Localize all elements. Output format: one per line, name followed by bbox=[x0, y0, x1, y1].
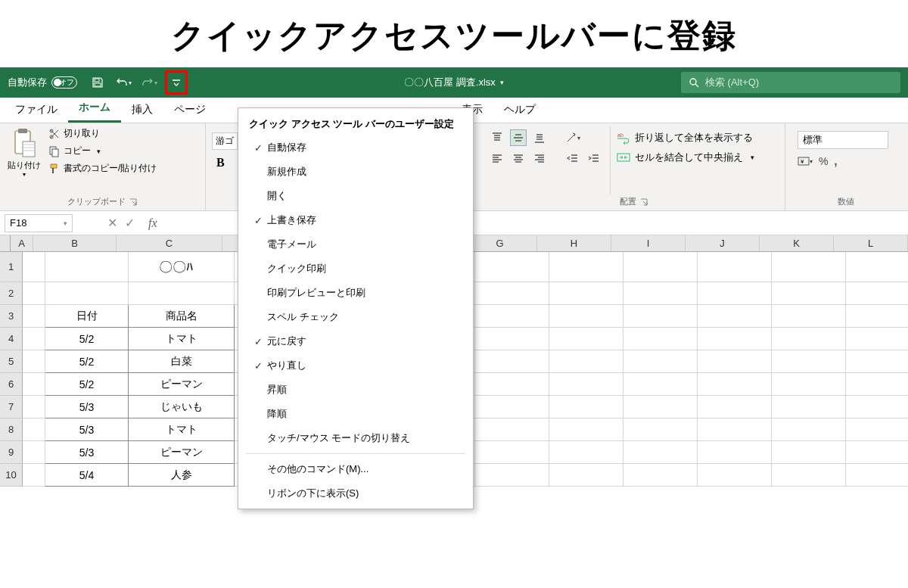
cell[interactable] bbox=[698, 350, 772, 373]
qat-show-below[interactable]: リボンの下に表示(S) bbox=[238, 481, 473, 506]
cell[interactable] bbox=[475, 282, 549, 305]
cell[interactable] bbox=[475, 252, 549, 282]
cell[interactable] bbox=[623, 418, 698, 441]
orientation-icon[interactable]: ▾ bbox=[564, 129, 581, 146]
cell[interactable] bbox=[549, 305, 623, 328]
cell[interactable] bbox=[772, 464, 846, 487]
tab-insert[interactable]: 挿入 bbox=[121, 97, 163, 123]
cell[interactable] bbox=[475, 418, 549, 441]
row-header[interactable]: 5 bbox=[0, 350, 23, 373]
save-icon[interactable] bbox=[86, 71, 109, 94]
cell[interactable] bbox=[23, 328, 45, 350]
cell[interactable] bbox=[846, 418, 908, 441]
row-header[interactable]: 1 bbox=[0, 252, 23, 282]
cell[interactable]: 〇〇ﾊ bbox=[129, 252, 235, 282]
column-header[interactable]: I bbox=[611, 235, 686, 251]
cell[interactable] bbox=[549, 418, 623, 441]
qat-menu-item[interactable]: スペル チェック bbox=[238, 305, 473, 329]
cell[interactable] bbox=[698, 252, 772, 282]
cell[interactable]: 商品名 bbox=[129, 305, 235, 328]
search-box[interactable]: 検索 (Alt+Q) bbox=[681, 72, 900, 93]
qat-more-commands[interactable]: その他のコマンド(M)... bbox=[238, 457, 473, 481]
cell[interactable]: 5/3 bbox=[45, 396, 129, 418]
row-header[interactable]: 3 bbox=[0, 305, 23, 328]
cell[interactable]: 白菜 bbox=[129, 350, 235, 373]
cell[interactable] bbox=[623, 350, 698, 373]
cell[interactable] bbox=[45, 282, 129, 305]
column-header[interactable]: H bbox=[537, 235, 611, 251]
cell[interactable] bbox=[549, 464, 623, 487]
cell[interactable] bbox=[772, 441, 846, 464]
paste-button[interactable]: 貼り付け ▾ bbox=[6, 126, 42, 178]
cell[interactable] bbox=[623, 282, 698, 305]
qat-menu-item[interactable]: ✓上書き保存 bbox=[238, 208, 473, 232]
cell[interactable] bbox=[23, 252, 45, 282]
cell[interactable]: ピーマン bbox=[129, 373, 235, 396]
row-header[interactable]: 8 bbox=[0, 418, 23, 441]
qat-menu-item[interactable]: ✓やり直し bbox=[238, 353, 473, 378]
cell[interactable] bbox=[698, 373, 772, 396]
cell[interactable] bbox=[23, 464, 45, 487]
cell[interactable] bbox=[772, 350, 846, 373]
increase-indent-icon[interactable] bbox=[586, 151, 602, 167]
cell[interactable] bbox=[549, 328, 623, 350]
cell[interactable] bbox=[698, 441, 772, 464]
tab-help[interactable]: ヘルプ bbox=[493, 97, 546, 123]
row-header[interactable]: 6 bbox=[0, 373, 23, 396]
cut-button[interactable]: 切り取り bbox=[47, 126, 158, 141]
qat-customize-button[interactable] bbox=[165, 70, 188, 95]
dialog-launcher-icon[interactable] bbox=[129, 198, 138, 207]
cell[interactable] bbox=[846, 282, 908, 305]
cell[interactable]: 日付 bbox=[45, 305, 129, 328]
cell[interactable] bbox=[772, 328, 846, 350]
cell[interactable] bbox=[549, 282, 623, 305]
cancel-formula-icon[interactable]: ✕ bbox=[107, 216, 117, 230]
cell[interactable]: 5/4 bbox=[45, 464, 129, 487]
cell[interactable] bbox=[772, 282, 846, 305]
cell[interactable] bbox=[846, 464, 908, 487]
cell[interactable] bbox=[698, 282, 772, 305]
cell[interactable] bbox=[698, 305, 772, 328]
cell[interactable] bbox=[23, 441, 45, 464]
cell[interactable] bbox=[846, 252, 908, 282]
dialog-launcher-icon[interactable] bbox=[639, 198, 648, 207]
cell[interactable] bbox=[623, 328, 698, 350]
cell[interactable]: 5/2 bbox=[45, 373, 129, 396]
percent-format-icon[interactable]: % bbox=[819, 155, 828, 167]
format-painter-button[interactable]: 書式のコピー/貼り付け bbox=[47, 161, 158, 176]
cell[interactable] bbox=[23, 418, 45, 441]
row-header[interactable]: 4 bbox=[0, 328, 23, 350]
cell[interactable] bbox=[23, 373, 45, 396]
align-middle-icon[interactable] bbox=[510, 129, 527, 146]
cell[interactable] bbox=[846, 373, 908, 396]
cell[interactable] bbox=[846, 305, 908, 328]
cell[interactable] bbox=[698, 396, 772, 418]
autosave-toggle[interactable]: 自動保存 オフ bbox=[0, 76, 85, 89]
cell[interactable] bbox=[846, 328, 908, 350]
cell[interactable] bbox=[475, 328, 549, 350]
fx-icon[interactable]: fx bbox=[148, 216, 157, 230]
align-top-icon[interactable] bbox=[489, 129, 505, 146]
cell[interactable] bbox=[772, 252, 846, 282]
align-left-icon[interactable] bbox=[489, 151, 505, 167]
name-box[interactable]: F18 ▾ bbox=[5, 214, 73, 232]
select-all-corner[interactable] bbox=[0, 235, 11, 251]
accounting-format-icon[interactable]: ¥▾ bbox=[798, 155, 813, 167]
qat-menu-item[interactable]: 電子メール bbox=[238, 232, 473, 257]
row-header[interactable]: 2 bbox=[0, 282, 23, 305]
cell[interactable]: ピーマン bbox=[129, 441, 235, 464]
cell[interactable]: 5/3 bbox=[45, 418, 129, 441]
column-header[interactable]: K bbox=[760, 235, 834, 251]
qat-menu-item[interactable]: 印刷プレビューと印刷 bbox=[238, 281, 473, 305]
cell[interactable] bbox=[23, 396, 45, 418]
qat-menu-item[interactable]: ✓自動保存 bbox=[238, 135, 473, 160]
cell[interactable] bbox=[475, 373, 549, 396]
cell[interactable] bbox=[549, 396, 623, 418]
cell[interactable] bbox=[475, 396, 549, 418]
cell[interactable] bbox=[698, 418, 772, 441]
cell[interactable] bbox=[772, 305, 846, 328]
cell[interactable] bbox=[846, 441, 908, 464]
cell[interactable] bbox=[475, 464, 549, 487]
column-header[interactable]: J bbox=[686, 235, 760, 251]
qat-menu-item[interactable]: ✓元に戻す bbox=[238, 329, 473, 353]
